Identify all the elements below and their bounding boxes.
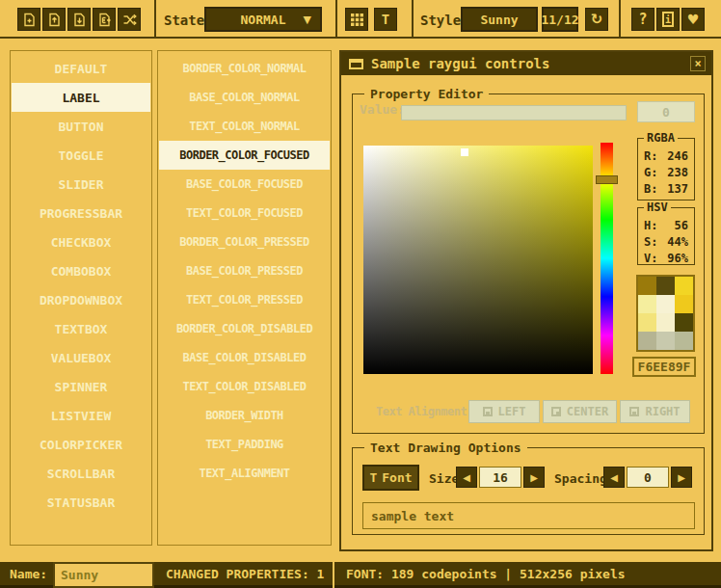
info-icon: i [662,12,674,27]
properties-list-item[interactable]: BORDER_COLOR_DISABLED [158,314,331,343]
style-name-status-label: Name: [0,562,53,588]
spacing-increase-button[interactable]: ▶ [671,467,692,488]
rgba-row: R:246 [638,147,694,164]
toolbar-separator [619,0,621,39]
style-name-button[interactable]: Sunny [461,7,538,32]
load-file-button[interactable] [42,8,66,31]
palette-color[interactable] [675,277,693,295]
align-right-button[interactable]: RIGHT [620,400,690,423]
random-style-button[interactable] [118,8,141,31]
controls-list-item[interactable]: COMBOBOX [11,256,151,285]
help-button[interactable]: ? [631,8,654,31]
export-file-button[interactable] [93,8,116,31]
properties-list-item[interactable]: BASE_COLOR_PRESSED [158,256,331,285]
properties-list-item[interactable]: BORDER_COLOR_NORMAL [158,54,331,83]
style-counter-value: 11/12 [541,13,578,27]
align-right-icon [629,407,639,416]
new-file-icon [21,12,38,28]
spacing-decrease-button[interactable]: ◀ [603,467,625,488]
palette-color[interactable] [675,332,693,350]
state-dropdown[interactable]: NORMAL ▼ [204,7,322,32]
properties-list-item[interactable]: BASE_COLOR_FOCUSED [158,170,331,199]
palette-color[interactable] [656,295,675,313]
reload-style-button[interactable]: ↻ [585,8,608,31]
palette-color[interactable] [656,277,675,295]
controls-list-item[interactable]: SCROLLBAR [11,459,151,488]
controls-list-item[interactable]: CHECKBOX [11,227,151,256]
font-t-icon: T [369,470,377,485]
controls-list-item[interactable]: LABEL [12,83,150,112]
rgba-title: RGBA [644,131,678,145]
properties-list-item[interactable]: TEXT_COLOR_NORMAL [158,112,331,141]
value-slider[interactable] [401,105,627,120]
palette-color[interactable] [638,332,656,350]
controls-list-item[interactable]: TOGGLE [11,141,151,170]
controls-list-item[interactable]: VALUEBOX [11,343,151,372]
properties-list-item[interactable]: BORDER_COLOR_PRESSED [158,227,331,256]
left-arrow-icon: ◀ [463,472,470,483]
controls-list-item[interactable]: SLIDER [11,170,151,199]
save-file-button[interactable] [67,8,91,31]
rgba-row: B:137 [638,180,694,197]
window-titlebar[interactable]: Sample raygui controls × [341,52,711,75]
properties-list-item[interactable]: BASE_COLOR_DISABLED [158,343,331,372]
properties-list: BORDER_COLOR_NORMAL BASE_COLOR_NORMAL TE… [157,50,332,546]
rgba-group: RGBA R:246 G:238 B:137 [637,138,695,200]
palette-color[interactable] [638,313,656,332]
controls-list-item[interactable]: LISTVIEW [11,401,151,430]
spacing-value-box[interactable]: 0 [627,467,669,488]
size-increase-button[interactable]: ▶ [523,467,545,488]
properties-list-item[interactable]: TEXT_COLOR_PRESSED [158,285,331,314]
property-editor-title: Property Editor [364,87,489,101]
controls-list-item[interactable]: COLORPICKER [11,430,151,459]
palette-color[interactable] [675,313,693,332]
toolbar: State: NORMAL ▼ T Style: Sunny 11/12 ↻ ?… [0,0,721,39]
properties-list-item[interactable]: BASE_COLOR_NORMAL [158,83,331,112]
hue-slider-handle[interactable] [596,175,618,184]
changed-properties-status: CHANGED PROPERTIES: 1 [154,562,333,588]
close-button[interactable]: × [690,56,706,71]
new-file-button[interactable] [17,8,40,31]
size-value-box[interactable]: 16 [479,467,521,488]
hex-value-box[interactable]: F6EE89F [632,357,696,377]
properties-list-item[interactable]: BORDER_COLOR_FOCUSED [159,141,330,170]
controls-list-item[interactable]: STATUSBAR [11,488,151,517]
load-font-button[interactable]: T Font [362,465,419,491]
properties-list-item[interactable]: TEXT_COLOR_DISABLED [158,372,331,401]
properties-list-item[interactable]: BORDER_WIDTH [158,401,331,430]
palette-color[interactable] [675,295,693,313]
rgba-row: G:238 [638,164,694,180]
font-preview-button[interactable]: T [374,8,397,31]
controls-list-item[interactable]: DROPDOWNBOX [11,285,151,314]
controls-list-item[interactable]: TEXTBOX [11,314,151,343]
color-picker-cursor[interactable] [461,148,468,156]
rguistyler-app: State: NORMAL ▼ T Style: Sunny 11/12 ↻ ?… [0,0,721,588]
size-decrease-button[interactable]: ◀ [456,467,477,488]
palette-color[interactable] [638,295,656,313]
hsv-row: S:44% [638,233,694,250]
close-icon: × [694,57,701,70]
value-box[interactable]: 0 [637,101,695,122]
controls-list-item[interactable]: DEFAULT [11,54,151,83]
style-name-input[interactable]: Sunny [53,562,154,588]
controls-list-item[interactable]: BUTTON [11,112,151,141]
properties-list-item[interactable]: TEXT_ALIGNMENT [158,459,331,488]
text-t-icon: T [382,12,389,27]
sponsor-button[interactable]: ♥ [681,8,705,31]
palette-color[interactable] [656,313,675,332]
color-picker-panel[interactable] [363,146,593,374]
properties-list-item[interactable]: TEXT_COLOR_FOCUSED [158,199,331,227]
sample-text-input[interactable]: sample text [362,502,695,529]
style-table-button[interactable] [345,8,368,31]
properties-list-item[interactable]: TEXT_PADDING [158,430,331,459]
palette-color[interactable] [656,332,675,350]
about-button[interactable]: i [656,8,680,31]
controls-list-item[interactable]: PROGRESSBAR [11,199,151,227]
palette-color[interactable] [638,277,656,295]
style-counter-button[interactable]: 11/12 [542,7,578,32]
align-center-button[interactable]: CENTER [543,400,617,423]
toolbar-separator [412,0,414,39]
controls-list-item[interactable]: SPINNER [11,372,151,401]
load-file-icon [46,12,63,28]
align-left-button[interactable]: LEFT [468,400,540,423]
